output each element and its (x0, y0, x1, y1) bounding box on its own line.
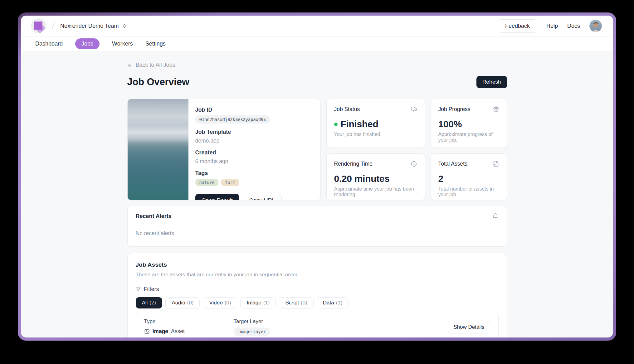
copy-url-button[interactable]: Copy URL (243, 194, 282, 200)
refresh-button[interactable]: Refresh (476, 76, 507, 88)
job-assets-title: Job Assets (136, 261, 499, 268)
job-progress-head: Job Progress (438, 106, 499, 113)
nav-item-workers[interactable]: Workers (112, 38, 133, 49)
job-status-head: Job Status (334, 106, 417, 113)
details-actions: Open Result Copy URL (195, 194, 282, 200)
job-template-value: demo.aep (195, 138, 282, 144)
back-link-label: Back to All Jobs (136, 62, 175, 68)
funnel-icon (136, 287, 141, 292)
team-name: Nexrender Demo Team (60, 23, 119, 29)
target-layer-value: image-layer (234, 328, 270, 336)
top-bar-right: Feedback Help Docs (498, 19, 602, 33)
tags-group: Tags nature form (195, 170, 282, 186)
help-link[interactable]: Help (546, 23, 558, 29)
filter-chip-count: (1) (263, 300, 270, 306)
app-logo[interactable] (31, 18, 46, 33)
filter-chip-script[interactable]: Script (0) (279, 297, 313, 308)
target-layer-cell: Target Layer image-layer (234, 318, 448, 336)
team-switcher[interactable]: Nexrender Demo Team (60, 23, 127, 29)
top-bar-left: Nexrender Demo Team (31, 18, 498, 33)
job-status-value: Finished (341, 119, 378, 129)
asset-type-strong: Image (153, 328, 168, 335)
tag-form: form (221, 179, 239, 186)
created-label: Created (195, 149, 282, 156)
rendering-time-head: Rendering Time (334, 161, 417, 167)
filter-chip-image[interactable]: Image (1) (240, 297, 276, 308)
created-group: Created 6 months ago (195, 149, 282, 165)
filter-chip-label: Script (285, 300, 299, 306)
job-progress-value: 100% (438, 119, 499, 129)
filter-chip-label: Audio (172, 300, 185, 306)
recent-alerts-head: Recent Alerts (136, 213, 499, 220)
no-alerts-text: No recent alerts (136, 230, 499, 237)
feedback-button[interactable]: Feedback (498, 19, 537, 33)
job-id-value: 01hn7hazxdj82k3ek2yapaxd9x (195, 115, 270, 124)
image-icon (144, 329, 150, 334)
job-id-group: Job ID 01hn7hazxdj82k3ek2yapaxd9x (195, 107, 282, 124)
job-status-title: Job Status (334, 106, 360, 113)
filter-chip-label: Data (323, 300, 334, 306)
content-column: Back to All Jobs Job Overview Refresh Jo… (127, 51, 507, 337)
asset-row-action: Show Details (448, 321, 490, 333)
filter-chip-count: (0) (301, 300, 307, 306)
filters-label: Filters (144, 286, 159, 293)
rendering-time-desc: Approximate time your job has been rende… (334, 186, 417, 197)
top-bar: Nexrender Demo Team Feedback Help Docs (21, 16, 613, 36)
chevrons-up-down-icon (122, 23, 127, 28)
type-column-header: Type (144, 318, 234, 325)
filter-chip-count: (0) (225, 300, 231, 306)
filter-chip-count: (2) (149, 300, 156, 306)
breadcrumb-slash (51, 22, 55, 30)
job-assets-card: Job Assets These are the assets that are… (127, 253, 507, 337)
rendering-time-card: Rendering Time 0.20 minutes Approximate … (326, 153, 425, 200)
total-assets-title: Total Assets (438, 161, 467, 167)
show-details-button[interactable]: Show Details (448, 321, 490, 333)
asset-type-cell: Type Image Asset (144, 318, 234, 335)
asset-rows-container: Type Image Asset Target L (136, 313, 499, 337)
status-dot (334, 123, 338, 126)
title-row: Job Overview Refresh (127, 76, 507, 88)
job-result-thumbnail (128, 99, 188, 200)
arrow-left-icon (127, 62, 133, 68)
tags-row: nature form (195, 179, 282, 186)
back-to-all-jobs-link[interactable]: Back to All Jobs (127, 62, 175, 68)
total-assets-desc: Total number of assets in your job. (438, 186, 499, 197)
filter-chip-data[interactable]: Data (1) (317, 297, 349, 308)
asset-type-value: Image Asset (144, 328, 234, 335)
nav-item-dashboard[interactable]: Dashboard (35, 38, 63, 49)
filter-chip-all[interactable]: All (2) (136, 297, 163, 308)
filter-chip-label: Video (209, 300, 222, 306)
tags-label: Tags (195, 170, 282, 177)
created-value: 6 months ago (195, 158, 282, 165)
total-assets-head: Total Assets (438, 161, 499, 167)
filter-chip-video[interactable]: Video (0) (203, 297, 237, 308)
main-area: Back to All Jobs Job Overview Refresh Jo… (21, 51, 613, 337)
docs-link[interactable]: Docs (567, 23, 580, 29)
rendering-time-title: Rendering Time (334, 161, 373, 167)
open-result-button[interactable]: Open Result (195, 194, 239, 200)
table-row: Type Image Asset Target L (136, 313, 498, 337)
job-status-desc: Your job has finished. (334, 132, 417, 137)
nav-item-jobs[interactable]: Jobs (75, 38, 100, 49)
filter-chip-count: (0) (187, 300, 194, 306)
cloud-lightning-icon (411, 106, 417, 113)
asset-type-rest: Asset (171, 328, 185, 335)
cpu-icon (493, 106, 499, 113)
total-assets-card: Total Assets 2 Total number of assets in… (431, 153, 507, 200)
user-avatar[interactable] (589, 20, 602, 32)
app-window: Nexrender Demo Team Feedback Help Docs (18, 12, 616, 341)
nav-item-settings[interactable]: Settings (145, 38, 166, 49)
overview-grid: Job ID 01hn7hazxdj82k3ek2yapaxd9x Job Te… (127, 99, 507, 200)
job-status-card: Job Status Finished Your job has finishe… (326, 99, 425, 148)
tag-nature: nature (195, 179, 219, 186)
target-layer-column-header: Target Layer (234, 318, 448, 325)
job-details-card: Job ID 01hn7hazxdj82k3ek2yapaxd9x Job Te… (127, 99, 321, 200)
job-status-value-row: Finished (334, 119, 417, 129)
filters-label-row: Filters (136, 286, 499, 293)
filter-chip-label: All (142, 300, 148, 306)
filter-chip-audio[interactable]: Audio (0) (165, 297, 200, 308)
clock-icon (411, 161, 417, 167)
job-progress-desc: Approximate progress of your job. (438, 132, 499, 143)
app-window-inner: Nexrender Demo Team Feedback Help Docs (21, 16, 613, 337)
target-layer-value-wrap: image-layer (234, 328, 448, 336)
